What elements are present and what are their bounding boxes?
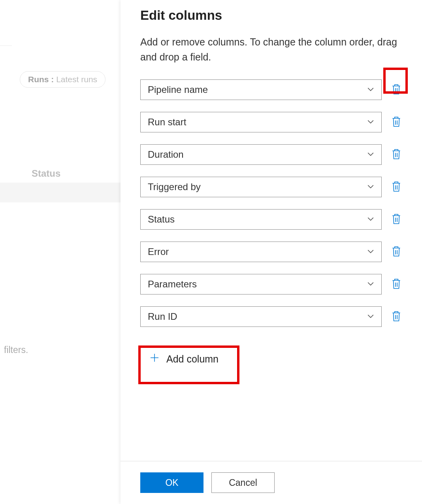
delete-column-button[interactable] xyxy=(390,213,402,225)
delete-column-button[interactable] xyxy=(390,84,402,96)
delete-column-button[interactable] xyxy=(390,278,402,290)
chevron-down-icon xyxy=(367,181,374,193)
trash-icon xyxy=(391,213,401,226)
delete-column-button[interactable] xyxy=(390,149,402,160)
cancel-button[interactable]: Cancel xyxy=(211,472,275,493)
delete-column-button[interactable] xyxy=(390,181,402,193)
background-dimmed-area: Runs : Latest runs Status filters. xyxy=(0,0,122,504)
column-select-label: Triggered by xyxy=(148,181,201,193)
trash-icon xyxy=(391,278,401,291)
column-select-label: Duration xyxy=(148,149,184,160)
trash-icon xyxy=(391,148,401,161)
column-row-duration: Duration xyxy=(140,144,402,165)
panel-description: Add or remove columns. To change the col… xyxy=(140,35,402,64)
column-list: Pipeline name Run start xyxy=(140,79,402,327)
plus-icon xyxy=(150,353,159,365)
trash-icon xyxy=(391,83,401,96)
column-select-run-start[interactable]: Run start xyxy=(140,112,382,132)
column-select-status[interactable]: Status xyxy=(140,209,382,230)
column-select-parameters[interactable]: Parameters xyxy=(140,274,382,294)
panel-title: Edit columns xyxy=(140,8,402,23)
column-select-label: Error xyxy=(148,246,169,257)
add-column-wrapper: Add column xyxy=(140,347,228,370)
trash-icon xyxy=(391,181,401,194)
chevron-down-icon xyxy=(367,311,374,322)
column-row-run-start: Run start xyxy=(140,112,402,132)
column-row-parameters: Parameters xyxy=(140,274,402,294)
delete-column-button[interactable] xyxy=(390,116,402,128)
column-select-label: Pipeline name xyxy=(148,84,208,95)
column-row-error: Error xyxy=(140,242,402,262)
column-select-run-id[interactable]: Run ID xyxy=(140,306,382,327)
column-select-label: Status xyxy=(148,214,175,225)
column-select-label: Parameters xyxy=(148,279,197,290)
chevron-down-icon xyxy=(367,214,374,225)
column-row-run-id: Run ID xyxy=(140,306,402,327)
ok-button[interactable]: OK xyxy=(140,472,203,493)
panel-content: Edit columns Add or remove columns. To c… xyxy=(121,0,422,461)
column-select-triggered-by[interactable]: Triggered by xyxy=(140,177,382,197)
trash-icon xyxy=(391,245,401,259)
runs-filter-pill[interactable]: Runs : Latest runs xyxy=(20,71,106,88)
status-selected-row xyxy=(0,183,122,202)
runs-filter-label: Runs : xyxy=(28,75,54,84)
chevron-down-icon xyxy=(367,117,374,128)
column-select-label: Run ID xyxy=(148,311,177,322)
filters-text-fragment: filters. xyxy=(4,345,28,355)
delete-column-button[interactable] xyxy=(390,246,402,258)
add-column-button[interactable]: Add column xyxy=(140,347,228,370)
column-row-status: Status xyxy=(140,209,402,230)
background-divider xyxy=(0,45,12,46)
delete-column-button[interactable] xyxy=(390,311,402,323)
chevron-down-icon xyxy=(367,149,374,160)
chevron-down-icon xyxy=(367,84,374,95)
edit-columns-panel: Edit columns Add or remove columns. To c… xyxy=(121,0,422,504)
trash-icon xyxy=(391,116,401,129)
status-column-header: Status xyxy=(32,168,60,179)
column-select-duration[interactable]: Duration xyxy=(140,144,382,165)
column-select-error[interactable]: Error xyxy=(140,242,382,262)
chevron-down-icon xyxy=(367,246,374,257)
column-select-label: Run start xyxy=(148,117,186,128)
runs-filter-value: Latest runs xyxy=(56,75,97,84)
column-row-triggered-by: Triggered by xyxy=(140,177,402,197)
trash-icon xyxy=(391,310,401,323)
chevron-down-icon xyxy=(367,279,374,290)
panel-footer: OK Cancel xyxy=(121,461,422,504)
add-column-label: Add column xyxy=(166,353,219,365)
column-row-pipeline-name: Pipeline name xyxy=(140,79,402,100)
column-select-pipeline-name[interactable]: Pipeline name xyxy=(140,79,382,100)
